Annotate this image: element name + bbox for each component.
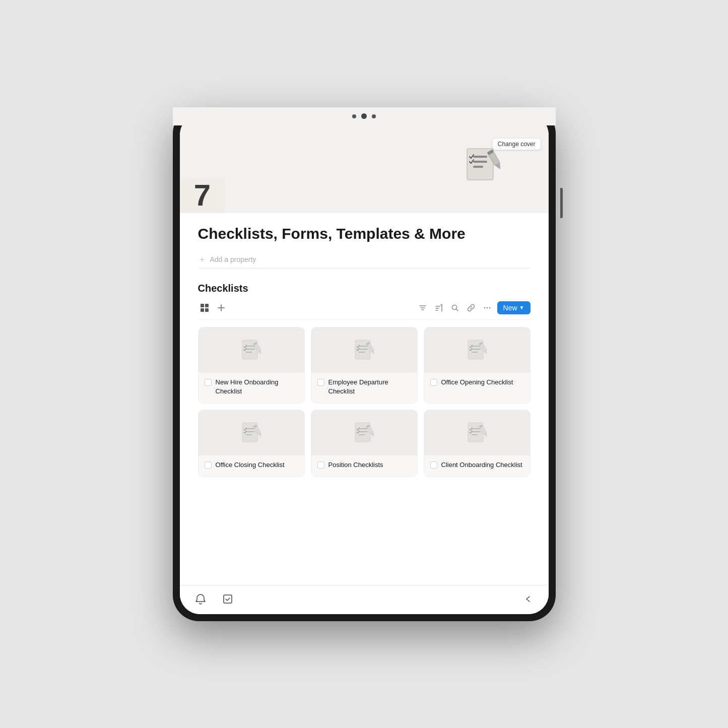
filter-icon xyxy=(419,304,427,312)
card-thumbnail xyxy=(198,410,304,455)
link-button[interactable] xyxy=(465,302,477,314)
device-frame: Change cover xyxy=(173,107,556,621)
back-icon xyxy=(522,593,534,605)
svg-line-20 xyxy=(456,309,458,311)
card-checkbox[interactable] xyxy=(430,379,437,386)
card-title: Position Checklists xyxy=(328,460,383,470)
bottom-nav xyxy=(180,585,549,614)
section-title: Checklists xyxy=(198,283,531,294)
toolbar: New ▼ xyxy=(198,301,531,320)
toolbar-right: New ▼ xyxy=(417,301,531,314)
screen-content: Change cover xyxy=(180,133,549,614)
card-position-checklists[interactable]: Position Checklists xyxy=(311,410,418,477)
card-body: Position Checklists xyxy=(311,455,417,477)
card-thumbnail xyxy=(424,410,530,455)
bell-icon xyxy=(195,593,206,605)
card-title: Client Onboarding Checklist xyxy=(441,460,522,470)
compose-button[interactable] xyxy=(219,590,236,609)
card-title: Office Opening Checklist xyxy=(441,378,513,387)
more-icon xyxy=(483,304,491,312)
svg-rect-9 xyxy=(201,308,204,312)
page-number: 7 xyxy=(194,180,211,211)
grid-icon xyxy=(200,303,209,312)
notifications-button[interactable] xyxy=(192,590,209,609)
card-body: New Hire Onboarding Checklist xyxy=(198,373,304,403)
card-employee-departure[interactable]: Employee Departure Checklist xyxy=(311,327,418,404)
cards-grid: New Hire Onboarding Checklist Employ xyxy=(198,327,531,478)
card-office-opening[interactable]: Office Opening Checklist xyxy=(424,327,531,404)
svg-rect-3 xyxy=(473,166,483,168)
back-button[interactable] xyxy=(519,590,537,609)
more-button[interactable] xyxy=(481,302,493,314)
card-checklist-icon xyxy=(241,422,261,444)
cover-area: Change cover xyxy=(180,133,549,213)
sort-icon xyxy=(435,304,443,312)
card-thumbnail xyxy=(198,327,304,373)
svg-rect-7 xyxy=(201,304,204,307)
compose-icon xyxy=(222,593,233,605)
card-body: Office Opening Checklist xyxy=(424,373,530,394)
add-property-label: Add a property xyxy=(210,255,256,263)
number-badge: 7 xyxy=(180,178,225,213)
toolbar-left xyxy=(198,301,412,314)
card-checkbox[interactable] xyxy=(205,461,212,469)
card-office-closing[interactable]: Office Closing Checklist xyxy=(198,410,305,477)
svg-rect-10 xyxy=(205,308,209,312)
card-title: New Hire Onboarding Checklist xyxy=(216,378,298,396)
link-icon xyxy=(467,304,475,312)
card-checkbox[interactable] xyxy=(317,461,324,469)
new-label: New xyxy=(503,304,517,312)
page-checklist-icon xyxy=(463,143,503,183)
card-title: Employee Departure Checklist xyxy=(328,378,411,396)
search-button[interactable] xyxy=(449,302,461,314)
side-button xyxy=(560,188,563,218)
card-checklist-icon xyxy=(241,339,261,361)
card-title: Office Closing Checklist xyxy=(216,460,285,470)
card-new-hire[interactable]: New Hire Onboarding Checklist xyxy=(198,327,305,404)
camera-dot-center xyxy=(361,113,367,119)
svg-rect-66 xyxy=(224,595,232,603)
card-checklist-icon xyxy=(467,422,487,444)
svg-rect-1 xyxy=(473,156,487,158)
card-body: Employee Departure Checklist xyxy=(311,373,417,403)
page-title: Checklists, Forms, Templates & More xyxy=(198,225,531,242)
card-body: Office Closing Checklist xyxy=(198,455,304,477)
card-checkbox[interactable] xyxy=(205,379,212,386)
card-checklist-icon xyxy=(354,422,374,444)
card-checkbox[interactable] xyxy=(430,461,437,469)
plus-icon xyxy=(217,304,225,312)
card-thumbnail xyxy=(311,410,417,455)
add-property-button[interactable]: ＋ Add a property xyxy=(198,251,531,269)
svg-rect-8 xyxy=(205,304,209,307)
camera-bar xyxy=(173,107,556,125)
grid-view-button[interactable] xyxy=(198,301,211,314)
card-checklist-icon xyxy=(467,339,487,361)
card-thumbnail xyxy=(424,327,530,373)
svg-point-23 xyxy=(489,307,490,308)
plus-icon: ＋ xyxy=(198,254,206,265)
screen: Change cover xyxy=(180,114,549,614)
page-body: Checklists, Forms, Templates & More ＋ Ad… xyxy=(180,213,549,528)
camera-dot-right xyxy=(372,114,376,118)
svg-rect-2 xyxy=(473,161,487,163)
card-client-onboarding[interactable]: Client Onboarding Checklist xyxy=(424,410,531,477)
chevron-down-icon: ▼ xyxy=(519,305,524,310)
svg-point-22 xyxy=(486,307,488,308)
search-icon xyxy=(451,304,459,312)
add-view-button[interactable] xyxy=(215,302,227,314)
filter-button[interactable] xyxy=(417,302,429,314)
card-thumbnail xyxy=(311,327,417,373)
card-body: Client Onboarding Checklist xyxy=(424,455,530,477)
camera-dot-left xyxy=(352,114,356,118)
svg-point-21 xyxy=(484,307,485,308)
card-checklist-icon xyxy=(354,339,374,361)
card-checkbox[interactable] xyxy=(317,379,324,386)
sort-button[interactable] xyxy=(433,302,445,314)
new-button[interactable]: New ▼ xyxy=(497,301,531,314)
page-icon-wrapper xyxy=(463,143,508,188)
